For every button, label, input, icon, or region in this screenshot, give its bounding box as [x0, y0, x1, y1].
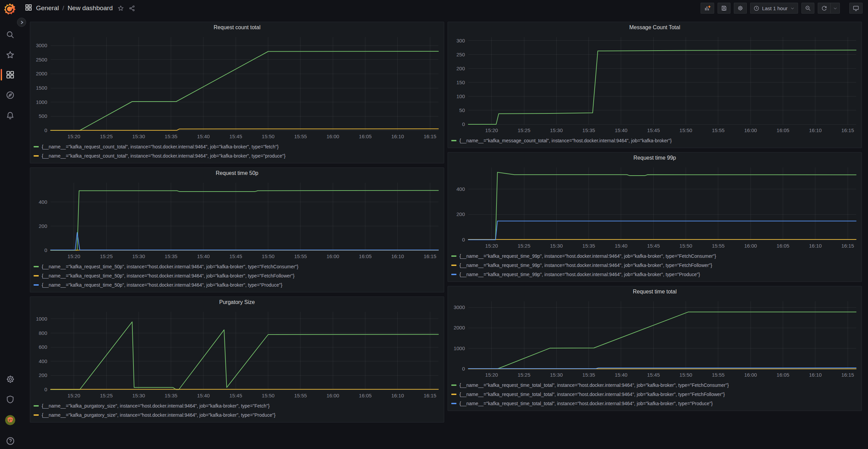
dashboards-grid-icon[interactable]	[5, 69, 16, 80]
time-series-chart[interactable]: 05010015020025030015:2015:2515:3015:3515…	[448, 33, 862, 135]
legend-swatch	[451, 274, 456, 275]
add-panel-button[interactable]	[701, 3, 714, 14]
x-axis-tick-label: 15:40	[197, 393, 210, 398]
x-axis-tick-label: 15:55	[712, 243, 725, 249]
x-axis-tick-label: 15:45	[647, 243, 660, 249]
time-series-chart[interactable]: 0200400600800100015:2015:2515:3015:3515:…	[30, 308, 444, 400]
legend-item[interactable]: {__name__="kafka_request_time_50p", inst…	[34, 262, 441, 271]
legend-swatch	[451, 403, 456, 404]
legend-item[interactable]: {__name__="kafka_request_count_total", i…	[34, 151, 441, 160]
breadcrumb-separator: /	[62, 4, 64, 12]
legend-item[interactable]: {__name__="kafka_request_time_50p", inst…	[34, 271, 441, 280]
x-axis-tick-label: 15:30	[132, 133, 145, 139]
y-axis-tick-label: 3000	[36, 42, 47, 48]
y-axis-tick-label: 0	[462, 237, 465, 243]
panel-purgatory-size: Purgatory Size 0200400600800100015:2015:…	[30, 297, 444, 423]
y-axis-tick-label: 200	[39, 372, 47, 378]
panel-legend: {__name__="kafka_request_time_total_tota…	[448, 380, 862, 411]
y-axis-tick-label: 800	[39, 330, 47, 336]
breadcrumb-page-title[interactable]: New dashboard	[68, 4, 113, 12]
panel-title[interactable]: Request time total	[448, 286, 862, 297]
x-axis-tick-label: 16:15	[841, 243, 854, 249]
time-series-chart[interactable]: 010002000300015:2015:2515:3015:3515:4015…	[448, 297, 862, 380]
legend-item[interactable]: {__name__="kafka_request_time_99p", inst…	[451, 270, 859, 279]
x-axis-tick-label: 16:05	[777, 127, 790, 133]
configuration-gear-icon[interactable]	[5, 374, 16, 384]
legend-item[interactable]: {__name__="kafka_request_time_99p", inst…	[451, 251, 859, 261]
panel-title[interactable]: Request time 50p	[30, 168, 444, 179]
server-admin-shield-icon[interactable]	[5, 394, 16, 405]
y-axis-tick-label: 2500	[36, 57, 47, 62]
share-dashboard-icon[interactable]	[129, 5, 135, 12]
x-axis-tick-label: 15:40	[197, 253, 210, 259]
kiosk-mode-button[interactable]	[849, 3, 863, 14]
legend-label: {__name__="kafka_request_time_total_tota…	[459, 392, 725, 397]
legend-label: {__name__="kafka_request_time_50p", inst…	[42, 273, 294, 279]
panel-request-time-total: Request time total 010002000300015:2015:…	[448, 286, 862, 411]
x-axis-tick-label: 15:50	[680, 372, 692, 378]
sidebar-active-indicator	[1, 69, 2, 80]
sidebar-expand-button[interactable]	[17, 18, 26, 27]
y-axis-tick-label: 2000	[36, 71, 47, 76]
legend-item[interactable]: {__name__="kafka_request_count_total", i…	[34, 142, 441, 151]
legend-item[interactable]: {__name__="kafka_request_time_total_tota…	[451, 390, 859, 399]
x-axis-tick-label: 15:55	[294, 393, 307, 398]
time-range-label: Last 1 hour	[762, 5, 788, 11]
panel-title[interactable]: Purgatory Size	[30, 297, 444, 308]
dashboard-toolbar: Last 1 hour	[701, 3, 863, 14]
refresh-dashboard-button[interactable]	[818, 3, 830, 14]
legend-item[interactable]: {__name__="kafka_message_count_total", i…	[451, 136, 859, 145]
mark-favorite-star-icon[interactable]	[117, 5, 124, 12]
save-dashboard-button[interactable]	[718, 3, 730, 14]
alerting-bell-icon[interactable]	[5, 110, 16, 121]
refresh-interval-dropdown[interactable]	[830, 3, 840, 14]
x-axis-tick-label: 15:50	[680, 243, 692, 249]
panel-title[interactable]: Request count total	[30, 22, 444, 33]
panel-legend: {__name__="kafka_request_time_99p", inst…	[448, 251, 862, 282]
x-axis-tick-label: 15:20	[68, 393, 80, 398]
grafana-logo-icon[interactable]	[3, 3, 16, 16]
x-axis-tick-label: 16:00	[744, 127, 757, 133]
x-axis-tick-label: 15:50	[262, 133, 275, 139]
legend-item[interactable]: {__name__="kafka_request_time_total_tota…	[451, 380, 859, 390]
x-axis-tick-label: 15:20	[68, 133, 80, 139]
series-line	[51, 191, 438, 250]
panel-title[interactable]: Request time 99p	[448, 152, 862, 163]
legend-item[interactable]: {__name__="kafka_purgatory_size", instan…	[34, 410, 441, 419]
user-avatar[interactable]	[5, 415, 15, 425]
panel-legend: {__name__="kafka_request_time_50p", inst…	[30, 261, 444, 292]
zoom-out-time-button[interactable]	[801, 3, 814, 14]
legend-label: {__name__="kafka_request_time_total_tota…	[459, 401, 713, 406]
dashboard-settings-button[interactable]	[734, 3, 747, 14]
x-axis-tick-label: 15:25	[100, 393, 113, 398]
x-axis-tick-label: 15:30	[132, 393, 145, 398]
panel-title[interactable]: Message Count Total	[448, 22, 862, 33]
time-range-picker[interactable]: Last 1 hour	[750, 3, 798, 14]
legend-swatch	[34, 275, 39, 276]
breadcrumb-section[interactable]: General	[36, 4, 59, 12]
legend-item[interactable]: {__name__="kafka_request_time_99p", inst…	[451, 261, 859, 270]
breadcrumb: General / New dashboard	[36, 4, 113, 12]
apps-grid-icon[interactable]	[25, 4, 32, 12]
time-series-chart[interactable]: 05001000150020002500300015:2015:2515:301…	[30, 33, 444, 141]
x-axis-tick-label: 16:00	[744, 243, 757, 249]
star-favorites-icon[interactable]	[5, 50, 16, 60]
help-question-icon[interactable]	[5, 435, 16, 446]
explore-compass-icon[interactable]	[5, 90, 16, 101]
legend-item[interactable]: {__name__="kafka_request_time_total_tota…	[451, 399, 859, 408]
legend-item[interactable]: {__name__="kafka_purgatory_size", instan…	[34, 401, 441, 410]
search-icon[interactable]	[5, 29, 16, 40]
time-series-chart[interactable]: 020040015:2015:2515:3015:3515:4015:4515:…	[448, 163, 862, 251]
series-line	[468, 312, 856, 369]
page-header: General / New dashboard Last 1 hour	[20, 0, 868, 16]
x-axis-tick-label: 15:25	[100, 253, 113, 259]
series-line	[51, 322, 438, 390]
panel-request-time-99p: Request time 99p 020040015:2015:2515:301…	[448, 152, 862, 282]
x-axis-tick-label: 15:40	[615, 243, 628, 249]
time-series-chart[interactable]: 020040015:2015:2515:3015:3515:4015:4515:…	[30, 179, 444, 261]
legend-item[interactable]: {__name__="kafka_request_time_50p", inst…	[34, 280, 441, 289]
y-axis-tick-label: 500	[39, 113, 47, 119]
x-axis-tick-label: 15:40	[615, 127, 628, 133]
x-axis-tick-label: 15:55	[712, 372, 725, 378]
legend-label: {__name__="kafka_request_time_50p", inst…	[42, 264, 299, 269]
